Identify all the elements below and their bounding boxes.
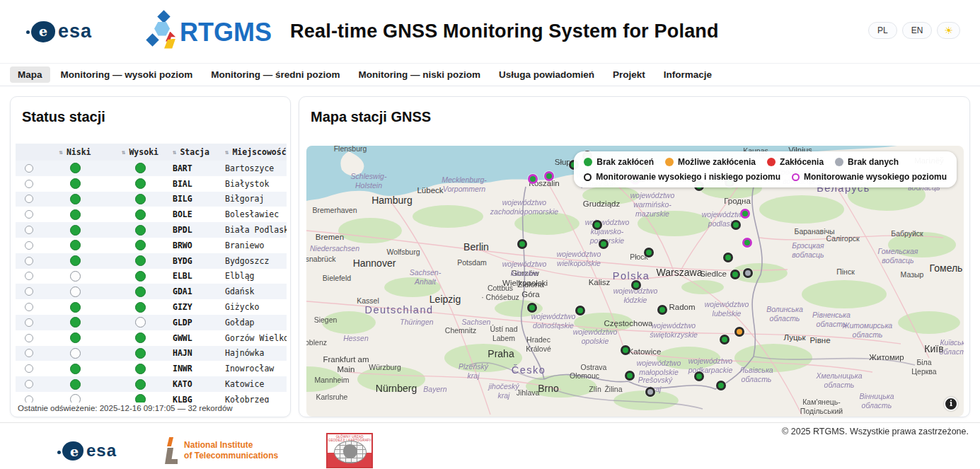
lang-pl-button[interactable]: PL (868, 22, 897, 39)
rtgms-logo: RTGMS (147, 13, 272, 50)
station-radio[interactable] (25, 334, 33, 342)
station-radio[interactable] (25, 395, 33, 403)
niski-status-cell (42, 240, 108, 250)
tab-us-uga-powiadomie-[interactable]: Usługa powiadomień (491, 66, 602, 83)
legend-item: Brak zakłóceń (584, 157, 654, 167)
table-row: BOLEBolesławiec (16, 207, 287, 222)
last-refresh-text: Ostatnie odświeżenie: 2025-12-16 09:17:0… (18, 404, 233, 412)
rtgms-logo-text: RTGMS (180, 16, 272, 47)
station-marker-green-black[interactable] (599, 239, 609, 249)
station-marker-green-black[interactable] (720, 335, 730, 344)
station-radio[interactable] (25, 303, 33, 311)
station-radio[interactable] (25, 272, 33, 280)
legend-label: Możliwe zakłócenia (678, 157, 756, 167)
niski-status-green (70, 379, 81, 390)
column-label: Wysoki (129, 147, 158, 157)
station-radio[interactable] (25, 180, 33, 188)
theme-toggle-button[interactable]: ☀ (937, 22, 960, 39)
row-select-cell (16, 226, 42, 234)
station-marker-green-black[interactable] (592, 220, 602, 230)
station-marker-green-black[interactable] (621, 345, 630, 355)
gnss-map[interactable]: FlensburgSchleswig- HolsteinMecklenburg-… (306, 146, 964, 417)
station-marker-orange-black[interactable] (734, 327, 744, 337)
niski-status-cell (42, 302, 108, 313)
copyright-text: © 2025 RTGMS. Wszystkie prawa zastrzeżon… (782, 427, 969, 436)
station-marker-green-black[interactable] (644, 248, 654, 257)
station-radio[interactable] (25, 364, 33, 373)
column-header-wysoki[interactable]: ⇅Wysoki (108, 147, 173, 157)
column-label: Niski (67, 147, 91, 157)
lang-en-button[interactable]: EN (902, 22, 933, 39)
station-marker-green-black[interactable] (730, 270, 740, 279)
niski-status-cell (42, 286, 108, 297)
station-marker-green-black[interactable] (731, 220, 741, 230)
station-marker-green-magenta[interactable] (544, 171, 554, 181)
legend-label: Zakłócenia (780, 157, 824, 167)
sort-icon[interactable]: ⇅ (59, 149, 62, 156)
sort-icon[interactable]: ⇅ (122, 149, 125, 156)
station-marker-green-black[interactable] (527, 303, 537, 313)
tab-projekt[interactable]: Projekt (605, 66, 653, 83)
wysoki-status-cell (108, 240, 173, 250)
station-radio[interactable] (25, 257, 33, 265)
tab-monitoring-wysoki-poziom[interactable]: Monitoring — wysoki poziom (53, 66, 201, 83)
wysoki-status-green (135, 225, 146, 236)
station-marker-green-magenta[interactable] (742, 238, 752, 248)
column-header-miejscowość[interactable]: ⇅Miejscowość (225, 147, 287, 157)
station-marker-green-black[interactable] (631, 280, 641, 290)
wysoki-status-green (135, 209, 146, 220)
legend-status-row: Brak zakłóceńMożliwe zakłóceniaZakłóceni… (584, 157, 947, 167)
table-row: BIALBiałystok (16, 176, 287, 192)
station-marker-gray-black[interactable] (645, 387, 655, 397)
sort-icon[interactable]: ⇅ (173, 149, 176, 156)
niski-status-empty (70, 348, 81, 359)
table-header-row: ⇅Niski⇅Wysoki⇅Stacja⇅Miejscowość (16, 144, 287, 161)
row-select-cell (16, 349, 42, 357)
station-marker-green-black[interactable] (575, 306, 585, 315)
station-marker-green-black[interactable] (723, 253, 733, 262)
station-code: GIZY (173, 302, 225, 312)
station-marker-green-black[interactable] (625, 371, 635, 381)
station-marker-green-black[interactable] (694, 371, 704, 381)
main-nav: MapaMonitoring — wysoki poziomMonitoring… (0, 63, 980, 86)
station-radio[interactable] (25, 318, 33, 327)
station-marker-green-black[interactable] (517, 239, 527, 249)
niski-status-cell (42, 194, 108, 204)
column-header-niski[interactable]: ⇅Niski (42, 147, 108, 157)
station-radio[interactable] (25, 226, 33, 234)
column-header-stacja[interactable]: ⇅Stacja (173, 147, 225, 157)
legend-item: Monitorowanie wysokiego poziomu (792, 172, 947, 182)
wysoki-status-cell (108, 178, 173, 189)
legend-item: Brak danych (835, 157, 899, 167)
tab-mapa[interactable]: Mapa (10, 66, 50, 83)
footer-logos: esa National Institute of Telecommunicat… (31, 433, 373, 468)
station-radio[interactable] (25, 287, 33, 296)
station-radio[interactable] (25, 349, 33, 357)
station-marker-green-magenta[interactable] (740, 209, 750, 219)
wysoki-status-cell (108, 194, 173, 204)
legend-item: Monitorowanie wysokiego i niskiego pozio… (584, 172, 780, 182)
station-marker-green-black[interactable] (657, 305, 667, 315)
station-marker-green-magenta[interactable] (528, 174, 538, 184)
esa-globe-icon (62, 441, 83, 461)
station-marker-gray-black[interactable] (743, 268, 753, 278)
station-status-panel: Status stacji ⇅Niski⇅Wysoki⇅Stacja⇅Miejs… (10, 96, 291, 417)
niski-status-green (70, 255, 81, 266)
tab-monitoring-redni-poziom[interactable]: Monitoring — średni poziom (203, 66, 347, 83)
station-code: BIAL (173, 179, 225, 189)
tab-monitoring-niski-poziom[interactable]: Monitoring — niski poziom (351, 66, 489, 83)
station-city: Inowrocław (225, 364, 287, 374)
niski-status-green (70, 209, 81, 220)
station-code: BRWO (173, 241, 225, 250)
esa-globe-icon (31, 21, 55, 42)
map-info-button[interactable]: i (944, 397, 958, 411)
station-radio[interactable] (25, 241, 33, 250)
station-radio[interactable] (25, 195, 33, 203)
station-radio[interactable] (25, 380, 33, 388)
station-code: HAJN (173, 348, 225, 358)
tab-informacje[interactable]: Informacje (656, 66, 720, 83)
station-radio[interactable] (25, 210, 33, 219)
station-marker-green-black[interactable] (716, 381, 726, 390)
station-radio[interactable] (25, 164, 33, 173)
sort-icon[interactable]: ⇅ (225, 149, 229, 156)
